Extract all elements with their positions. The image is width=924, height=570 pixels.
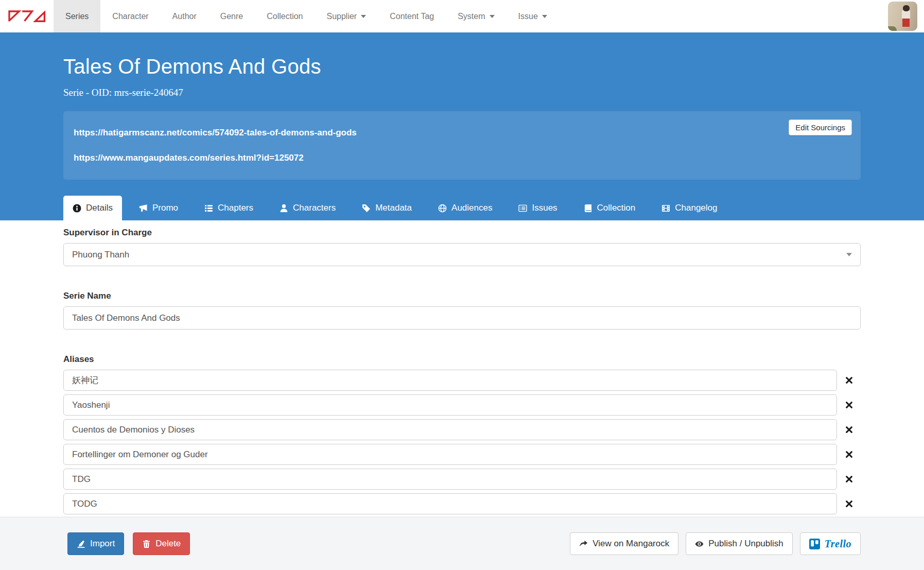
caret-down-icon	[361, 15, 366, 18]
view-on-mangarock-label: View on Mangarock	[592, 539, 669, 549]
tab-collection[interactable]: Collection	[574, 196, 645, 220]
supervisor-label: Supervisor in Charge	[63, 228, 861, 238]
alias-input[interactable]	[63, 419, 837, 440]
alias-row	[63, 394, 861, 416]
tab-characters[interactable]: Characters	[270, 196, 345, 220]
serie-name-field: Serie Name	[63, 291, 861, 330]
list-alt-icon	[518, 204, 527, 213]
remove-alias-button[interactable]	[837, 476, 861, 482]
tag-icon	[362, 204, 371, 213]
remove-alias-button[interactable]	[837, 402, 861, 408]
tab-label: Details	[86, 203, 113, 213]
supervisor-select[interactable]: Phuong Thanh	[63, 243, 861, 266]
import-label: Import	[90, 539, 115, 549]
publish-unpublish-label: Publish / Unpublish	[708, 539, 783, 549]
tab-changelog[interactable]: Changelog	[652, 196, 726, 220]
delete-button[interactable]: Delete	[133, 532, 190, 555]
tab-label: Issues	[532, 203, 557, 213]
nav-item-character[interactable]: Character	[100, 0, 160, 32]
info-icon	[73, 204, 81, 213]
avatar-photo-detail	[903, 5, 910, 11]
app-logo[interactable]	[0, 0, 54, 32]
person-icon	[280, 204, 288, 213]
series-header: Tales Of Demons And Gods Serie - OID: mr…	[0, 32, 924, 220]
alias-input[interactable]	[63, 493, 837, 514]
remove-alias-button[interactable]	[837, 426, 861, 433]
nav-item-label: Character	[112, 12, 148, 21]
list-icon	[204, 204, 213, 213]
tab-label: Collection	[597, 203, 636, 213]
avatar-photo-detail	[902, 19, 910, 27]
remove-alias-button[interactable]	[837, 500, 861, 507]
tab-bar: DetailsPromoChaptersCharactersMetadataAu…	[63, 196, 727, 220]
tab-label: Promo	[152, 203, 178, 213]
tab-label: Metadata	[375, 203, 412, 213]
source-link-mangaupdates[interactable]: https://www.mangaupdates.com/series.html…	[74, 153, 850, 163]
tab-metadata[interactable]: Metadata	[353, 196, 421, 220]
alias-input[interactable]	[63, 370, 837, 391]
publish-unpublish-button[interactable]: Publish / Unpublish	[686, 532, 793, 555]
eye-icon	[695, 540, 704, 548]
nav-item-content-tag[interactable]: Content Tag	[378, 0, 446, 32]
trello-icon	[809, 539, 820, 549]
nav-item-label: Issue	[518, 12, 538, 21]
remove-alias-button[interactable]	[837, 451, 861, 458]
nav-item-genre[interactable]: Genre	[208, 0, 255, 32]
main-nav: SeriesCharacterAuthorGenreCollectionSupp…	[54, 0, 559, 32]
tab-details[interactable]: Details	[63, 196, 122, 220]
tab-promo[interactable]: Promo	[130, 196, 187, 220]
avatar-photo-detail	[902, 10, 910, 19]
delete-label: Delete	[155, 539, 181, 549]
nav-item-supplier[interactable]: Supplier	[315, 0, 378, 32]
tab-label: Changelog	[675, 203, 717, 213]
tab-chapters[interactable]: Chapters	[195, 196, 263, 220]
trash-icon	[142, 540, 151, 548]
chevron-down-icon	[846, 253, 852, 256]
alias-row	[63, 444, 861, 465]
nav-item-author[interactable]: Author	[161, 0, 208, 32]
serie-name-input[interactable]	[63, 306, 861, 330]
nav-item-collection[interactable]: Collection	[255, 0, 315, 32]
supervisor-value: Phuong Thanh	[72, 250, 129, 260]
supervisor-field: Supervisor in Charge Phuong Thanh	[63, 228, 861, 266]
film-icon	[661, 204, 670, 213]
source-link-hatigarm[interactable]: https://hatigarmscanz.net/comics/574092-…	[74, 128, 850, 138]
caret-down-icon	[542, 15, 547, 18]
share-arrow-icon	[579, 540, 588, 548]
alias-input[interactable]	[63, 444, 837, 465]
view-on-mangarock-button[interactable]: View on Mangarock	[570, 532, 678, 555]
nav-item-label: Series	[65, 12, 89, 21]
avatar-photo-detail	[888, 26, 897, 31]
aliases-field: Aliases	[63, 354, 861, 514]
serie-oid-subtitle: Serie - OID: mrs-serie-240647	[63, 87, 861, 98]
caret-down-icon	[490, 15, 495, 18]
nav-item-label: Genre	[220, 12, 243, 21]
aliases-label: Aliases	[63, 354, 861, 365]
nav-item-label: Collection	[267, 12, 303, 21]
nav-item-issue[interactable]: Issue	[507, 0, 559, 32]
nav-item-series[interactable]: Series	[54, 0, 100, 32]
tab-issues[interactable]: Issues	[509, 196, 566, 220]
alias-input[interactable]	[63, 469, 837, 490]
user-avatar[interactable]	[888, 2, 917, 31]
edit-sourcings-button[interactable]: Edit Sourcings	[789, 119, 852, 135]
nav-item-system[interactable]: System	[446, 0, 506, 32]
tab-audiences[interactable]: Audiences	[429, 196, 501, 220]
sourcings-panel: https://hatigarmscanz.net/comics/574092-…	[63, 111, 861, 180]
alias-input[interactable]	[63, 394, 837, 416]
trello-label: Trello	[825, 538, 851, 550]
alias-list	[63, 370, 861, 514]
import-icon	[77, 540, 85, 548]
trello-button[interactable]: Trello	[800, 532, 861, 555]
remove-alias-button[interactable]	[837, 377, 861, 384]
tab-label: Chapters	[218, 203, 253, 213]
tab-label: Audiences	[451, 203, 492, 213]
book-icon	[584, 204, 592, 213]
import-button[interactable]: Import	[67, 532, 124, 555]
globe-icon	[438, 204, 447, 213]
logo-icon	[8, 8, 46, 25]
serie-name-label: Serie Name	[63, 291, 861, 301]
nav-item-label: System	[458, 12, 485, 21]
alias-row	[63, 370, 861, 391]
footer-toolbar: Import Delete View on Mangarock	[0, 517, 924, 570]
